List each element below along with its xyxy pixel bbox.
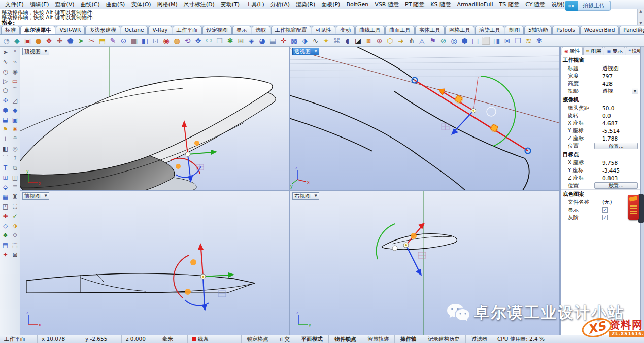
command-scrollbar[interactable]: ▲ ▼ xyxy=(637,9,644,25)
toolbar-tab[interactable]: 工作视窗配置 xyxy=(271,26,311,34)
toolbar-tab[interactable]: 卓尔谟犀牛 xyxy=(20,26,55,34)
toolbar-tab[interactable]: WeaverBird xyxy=(580,26,619,34)
toolbar-icon[interactable]: ❖ xyxy=(44,36,54,46)
sidebar-tool-icon[interactable]: ✣ xyxy=(1,95,10,105)
toolbar-icon[interactable]: ⊘ xyxy=(438,36,449,46)
sidebar-tool-icon[interactable]: ➤ xyxy=(1,47,10,57)
toolbar-tab[interactable]: 变动 xyxy=(336,26,355,34)
chevron-down-icon[interactable]: ▼ xyxy=(313,193,317,199)
chevron-down-icon[interactable]: ▼ xyxy=(43,193,47,199)
menu-item[interactable]: KS-随意 xyxy=(427,0,454,9)
chevron-down-icon[interactable]: ▼ xyxy=(313,48,317,55)
toolbar-icon[interactable]: ✛ xyxy=(278,36,289,46)
toolbar-icon[interactable]: ⬒ xyxy=(97,36,108,46)
sidebar-tool-icon[interactable]: ❖ xyxy=(1,230,10,240)
toolbar-tab[interactable]: 可见性 xyxy=(312,26,336,34)
sidebar-tool-icon[interactable]: ⬢ xyxy=(1,105,10,115)
command-area[interactable]: 移动操作轴，快按 Alt 键可以复制物件: 移动操作轴，快按 Alt 键可以复制… xyxy=(0,9,644,25)
sidebar-tool-icon[interactable]: ⛶ xyxy=(10,201,20,211)
sidebar-tool-icon[interactable]: ⌒ xyxy=(10,86,20,95)
sidebar-tool-icon[interactable]: ⧉ xyxy=(10,163,20,173)
toolbar-icon[interactable]: ▦ xyxy=(129,36,140,46)
menu-item[interactable]: 文件(F) xyxy=(2,0,27,9)
toolbar-icon[interactable]: ≋ xyxy=(523,36,534,46)
sidebar-tool-icon[interactable]: ◧ xyxy=(1,144,10,153)
toolbar-tab[interactable]: 实体工具 xyxy=(415,26,445,34)
menu-item[interactable]: 面板(P) xyxy=(318,0,343,9)
status-gumball[interactable]: 操作轴 xyxy=(395,335,422,343)
tab-display[interactable]: ▣ 显示 xyxy=(604,47,625,55)
toolbar-icon[interactable]: ◧ xyxy=(140,36,150,46)
tab-properties[interactable]: ◉ 属性 xyxy=(562,47,583,55)
sidebar-tool-icon[interactable]: ⌁ xyxy=(10,57,20,66)
toolbar-icon[interactable]: ⬗ xyxy=(299,36,310,46)
sidebar-tool-icon[interactable]: ◇ xyxy=(1,221,10,230)
toolbar-tab[interactable]: Octane xyxy=(121,26,148,34)
menu-item[interactable]: 工具(L) xyxy=(243,0,267,9)
sidebar-tool-icon[interactable]: ▭ xyxy=(10,76,20,86)
menu-item[interactable]: ArmadilloFull xyxy=(454,0,496,9)
toolbar-icon[interactable]: ⊙ xyxy=(118,36,129,46)
toolbar-icon[interactable]: ⟲ xyxy=(182,36,193,46)
toolbar-icon[interactable]: ▣ xyxy=(22,36,33,46)
menu-item[interactable]: 实体(O) xyxy=(128,0,154,9)
toolbar-icon[interactable]: ◈ xyxy=(246,36,257,46)
sidebar-tool-icon[interactable]: ◷ xyxy=(1,66,10,76)
menu-item[interactable]: 曲面(S) xyxy=(103,0,128,9)
sidebar-tool-icon[interactable]: ⬠ xyxy=(1,86,10,95)
sidebar-tool-icon[interactable]: ⌒ xyxy=(1,153,10,163)
menu-item[interactable]: TS-随意 xyxy=(496,0,523,9)
toolbar-icon[interactable]: ⊠ xyxy=(502,36,513,46)
viewport-top[interactable]: y x 顶视图▼ xyxy=(20,47,289,190)
toolbar-tab[interactable]: 多边形建模 xyxy=(85,26,120,34)
toolbar-icon[interactable]: ◔ xyxy=(1,36,12,46)
toolbar-icon[interactable]: ⬡ xyxy=(385,36,395,46)
sidebar-tool-icon[interactable]: ◰ xyxy=(1,201,10,211)
toolbar-icon[interactable]: ✦ xyxy=(321,36,331,46)
toolbar-tab[interactable]: VSR-WR xyxy=(56,26,85,34)
toolbar-icon[interactable]: ● xyxy=(33,36,44,46)
projection-dropdown[interactable]: ▼ xyxy=(632,88,638,94)
sidebar-tool-icon[interactable]: ⊞ xyxy=(1,173,10,182)
sidebar-tool-icon[interactable]: ▦ xyxy=(1,192,10,201)
toolbar-icon[interactable]: ▤ xyxy=(470,36,481,46)
toolbar-icon[interactable]: ✾ xyxy=(534,36,545,46)
viewport-title-perspective[interactable]: 透视图▼ xyxy=(292,48,319,55)
toolbar-icon[interactable]: ⬟ xyxy=(65,36,76,46)
status-smarttrack[interactable]: 智慧轨迹 xyxy=(362,335,395,343)
toolbar-icon[interactable]: ◕ xyxy=(257,36,267,46)
upload-button[interactable]: ⋄⋄ 拍摄上传 xyxy=(565,1,611,11)
toolbar-icon[interactable]: ✥ xyxy=(193,36,204,46)
sidebar-tool-icon[interactable]: ▷ xyxy=(1,76,10,86)
toolbar-icon[interactable]: ✱ xyxy=(225,36,235,46)
toolbar-icon[interactable]: ◍ xyxy=(172,36,182,46)
viewport-perspective[interactable]: z x y 透视图▼ xyxy=(290,47,559,190)
toolbar-icon[interactable]: ➜ xyxy=(395,36,406,46)
menu-item[interactable]: 编辑(E) xyxy=(27,0,52,9)
viewport-title-front[interactable]: 前视图▼ xyxy=(22,192,49,200)
toolbar-tab[interactable]: 显示 xyxy=(232,26,251,34)
toolbar-tab[interactable]: 设定视图 xyxy=(202,26,232,34)
toolbar-icon[interactable]: ⬭ xyxy=(204,36,214,46)
status-ortho[interactable]: 正交 xyxy=(274,335,295,343)
status-record-history[interactable]: 记录建构历史 xyxy=(422,335,466,343)
sidebar-tool-icon[interactable]: ⤴ xyxy=(10,153,20,163)
menu-item[interactable]: CY-随意 xyxy=(522,0,548,9)
menu-item[interactable]: 尺寸标注(D) xyxy=(181,0,218,9)
toolbar-icon[interactable]: ❐ xyxy=(214,36,225,46)
sidebar-tool-icon[interactable]: ◆ xyxy=(10,105,20,115)
toolbar-icon[interactable]: ◉ xyxy=(161,36,172,46)
toolbar-icon[interactable]: ⌘ xyxy=(331,36,342,46)
toolbar-icon[interactable]: ❒ xyxy=(513,36,523,46)
sidebar-tool-icon[interactable]: ⬓ xyxy=(1,115,10,124)
sidebar-tool-icon[interactable]: ♜ xyxy=(10,192,20,201)
sidebar-tool-icon[interactable]: ≞ xyxy=(10,134,20,144)
grayscale-checkbox[interactable]: ✓ xyxy=(602,215,608,220)
sidebar-tool-icon[interactable]: ✓ xyxy=(10,211,20,221)
sidebar-tool-icon[interactable]: ⬗ xyxy=(10,221,20,230)
toolbar-icon[interactable]: ◎ xyxy=(449,36,459,46)
scroll-down-icon[interactable]: ▼ xyxy=(639,21,642,25)
toolbar-icon[interactable]: ⊡ xyxy=(150,36,161,46)
sidebar-tool-icon[interactable]: ⟐ xyxy=(10,230,20,240)
menu-item[interactable]: 查看(V) xyxy=(52,0,77,9)
